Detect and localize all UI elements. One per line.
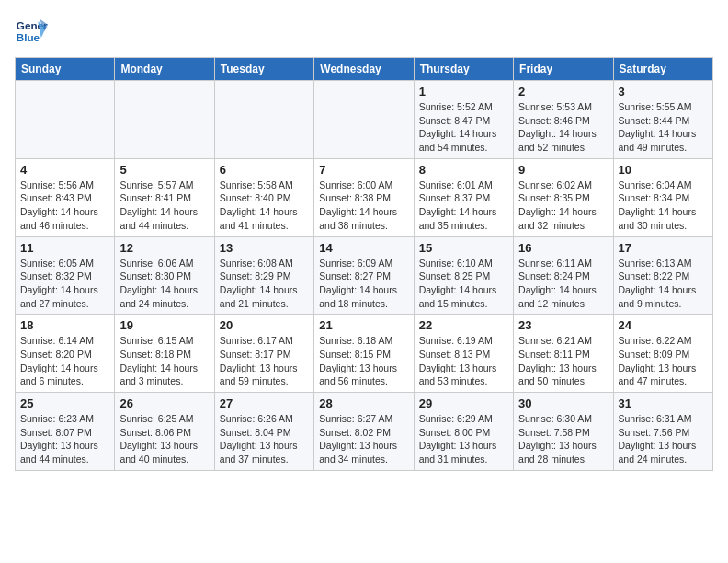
week-row-3: 11Sunrise: 6:05 AM Sunset: 8:32 PM Dayli… — [16, 236, 713, 315]
calendar-cell: 11Sunrise: 6:05 AM Sunset: 8:32 PM Dayli… — [16, 236, 115, 315]
calendar-cell: 10Sunrise: 6:04 AM Sunset: 8:34 PM Dayli… — [613, 158, 712, 236]
calendar-cell: 1Sunrise: 5:52 AM Sunset: 8:47 PM Daylig… — [414, 81, 513, 159]
day-info: Sunrise: 6:06 AM Sunset: 8:30 PM Dayligh… — [119, 257, 209, 311]
header-friday: Friday — [514, 58, 613, 81]
day-info: Sunrise: 6:27 AM Sunset: 8:02 PM Dayligh… — [319, 412, 408, 466]
header-thursday: Thursday — [414, 58, 513, 81]
calendar-cell: 30Sunrise: 6:30 AM Sunset: 7:58 PM Dayli… — [514, 393, 613, 471]
day-info: Sunrise: 6:04 AM Sunset: 8:34 PM Dayligh… — [619, 178, 708, 233]
day-info: Sunrise: 6:22 AM Sunset: 8:09 PM Dayligh… — [619, 334, 708, 388]
header-wednesday: Wednesday — [314, 58, 414, 81]
header-row: SundayMondayTuesdayWednesdayThursdayFrid… — [16, 58, 713, 81]
day-info: Sunrise: 6:25 AM Sunset: 8:06 PM Dayligh… — [119, 412, 209, 466]
calendar-cell: 13Sunrise: 6:08 AM Sunset: 8:29 PM Dayli… — [214, 236, 313, 315]
day-info: Sunrise: 6:05 AM Sunset: 8:32 PM Dayligh… — [20, 257, 109, 311]
calendar-cell: 6Sunrise: 5:58 AM Sunset: 8:40 PM Daylig… — [214, 158, 313, 236]
calendar-cell: 24Sunrise: 6:22 AM Sunset: 8:09 PM Dayli… — [613, 315, 712, 393]
day-number: 1 — [419, 85, 508, 98]
day-number: 16 — [518, 241, 608, 255]
calendar-cell: 19Sunrise: 6:15 AM Sunset: 8:18 PM Dayli… — [115, 315, 214, 393]
calendar-cell: 15Sunrise: 6:10 AM Sunset: 8:25 PM Dayli… — [414, 236, 513, 315]
day-number: 12 — [119, 241, 209, 255]
day-number: 27 — [220, 396, 309, 410]
header: General Blue — [15, 15, 713, 48]
calendar-cell — [16, 81, 115, 159]
calendar-table: SundayMondayTuesdayWednesdayThursdayFrid… — [15, 57, 713, 471]
calendar-cell: 3Sunrise: 5:55 AM Sunset: 8:44 PM Daylig… — [613, 81, 712, 159]
calendar-cell: 22Sunrise: 6:19 AM Sunset: 8:13 PM Dayli… — [414, 315, 513, 393]
day-number: 10 — [619, 163, 708, 177]
week-row-1: 1Sunrise: 5:52 AM Sunset: 8:47 PM Daylig… — [16, 81, 713, 159]
calendar-cell: 27Sunrise: 6:26 AM Sunset: 8:04 PM Dayli… — [214, 393, 313, 471]
day-number: 31 — [619, 396, 708, 410]
day-info: Sunrise: 6:18 AM Sunset: 8:15 PM Dayligh… — [319, 334, 408, 388]
calendar-cell: 21Sunrise: 6:18 AM Sunset: 8:15 PM Dayli… — [314, 315, 414, 393]
day-number: 20 — [220, 318, 309, 332]
day-number: 8 — [419, 163, 508, 177]
calendar-cell: 29Sunrise: 6:29 AM Sunset: 8:00 PM Dayli… — [414, 393, 513, 471]
day-info: Sunrise: 5:55 AM Sunset: 8:44 PM Dayligh… — [619, 100, 708, 155]
day-number: 23 — [518, 318, 608, 332]
day-info: Sunrise: 6:00 AM Sunset: 8:38 PM Dayligh… — [319, 178, 408, 233]
svg-text:Blue: Blue — [17, 31, 40, 43]
day-info: Sunrise: 6:11 AM Sunset: 8:24 PM Dayligh… — [518, 257, 608, 311]
calendar-cell: 8Sunrise: 6:01 AM Sunset: 8:37 PM Daylig… — [414, 158, 513, 236]
day-number: 30 — [518, 396, 608, 410]
logo: General Blue — [15, 15, 51, 48]
day-info: Sunrise: 6:09 AM Sunset: 8:27 PM Dayligh… — [319, 257, 408, 311]
day-info: Sunrise: 5:58 AM Sunset: 8:40 PM Dayligh… — [220, 178, 309, 233]
day-number: 5 — [119, 163, 209, 177]
day-number: 25 — [20, 396, 109, 410]
day-info: Sunrise: 6:26 AM Sunset: 8:04 PM Dayligh… — [220, 412, 309, 466]
day-number: 18 — [20, 318, 109, 332]
calendar-cell: 12Sunrise: 6:06 AM Sunset: 8:30 PM Dayli… — [115, 236, 214, 315]
day-number: 15 — [419, 241, 508, 255]
header-tuesday: Tuesday — [214, 58, 313, 81]
day-info: Sunrise: 6:02 AM Sunset: 8:35 PM Dayligh… — [518, 178, 608, 233]
calendar-cell: 14Sunrise: 6:09 AM Sunset: 8:27 PM Dayli… — [314, 236, 414, 315]
day-info: Sunrise: 5:52 AM Sunset: 8:47 PM Dayligh… — [419, 100, 508, 155]
day-number: 11 — [20, 241, 109, 255]
calendar-cell: 7Sunrise: 6:00 AM Sunset: 8:38 PM Daylig… — [314, 158, 414, 236]
calendar-cell: 23Sunrise: 6:21 AM Sunset: 8:11 PM Dayli… — [514, 315, 613, 393]
day-number: 22 — [419, 318, 508, 332]
day-number: 28 — [319, 396, 408, 410]
day-number: 4 — [20, 163, 109, 177]
calendar-cell: 26Sunrise: 6:25 AM Sunset: 8:06 PM Dayli… — [115, 393, 214, 471]
day-info: Sunrise: 6:15 AM Sunset: 8:18 PM Dayligh… — [119, 334, 209, 388]
header-sunday: Sunday — [16, 58, 115, 81]
calendar-cell: 31Sunrise: 6:31 AM Sunset: 7:56 PM Dayli… — [613, 393, 712, 471]
day-number: 9 — [518, 163, 608, 177]
day-info: Sunrise: 6:19 AM Sunset: 8:13 PM Dayligh… — [419, 334, 508, 388]
day-info: Sunrise: 5:57 AM Sunset: 8:41 PM Dayligh… — [119, 178, 209, 233]
day-number: 6 — [220, 163, 309, 177]
header-saturday: Saturday — [613, 58, 712, 81]
day-info: Sunrise: 6:01 AM Sunset: 8:37 PM Dayligh… — [419, 178, 508, 233]
day-number: 19 — [119, 318, 209, 332]
day-number: 14 — [319, 241, 408, 255]
day-info: Sunrise: 6:30 AM Sunset: 7:58 PM Dayligh… — [518, 412, 608, 466]
calendar-cell: 28Sunrise: 6:27 AM Sunset: 8:02 PM Dayli… — [314, 393, 414, 471]
week-row-5: 25Sunrise: 6:23 AM Sunset: 8:07 PM Dayli… — [16, 393, 713, 471]
calendar-cell: 25Sunrise: 6:23 AM Sunset: 8:07 PM Dayli… — [16, 393, 115, 471]
day-number: 26 — [119, 396, 209, 410]
day-info: Sunrise: 6:17 AM Sunset: 8:17 PM Dayligh… — [220, 334, 309, 388]
day-info: Sunrise: 5:53 AM Sunset: 8:46 PM Dayligh… — [518, 100, 608, 155]
day-number: 17 — [619, 241, 708, 255]
calendar-cell: 18Sunrise: 6:14 AM Sunset: 8:20 PM Dayli… — [16, 315, 115, 393]
day-number: 2 — [518, 85, 608, 98]
day-number: 21 — [319, 318, 408, 332]
day-number: 3 — [619, 85, 708, 98]
calendar-cell: 2Sunrise: 5:53 AM Sunset: 8:46 PM Daylig… — [514, 81, 613, 159]
day-number: 13 — [220, 241, 309, 255]
day-info: Sunrise: 6:13 AM Sunset: 8:22 PM Dayligh… — [619, 257, 708, 311]
day-number: 29 — [419, 396, 508, 410]
day-info: Sunrise: 6:29 AM Sunset: 8:00 PM Dayligh… — [419, 412, 508, 466]
calendar-cell — [214, 81, 313, 159]
week-row-4: 18Sunrise: 6:14 AM Sunset: 8:20 PM Dayli… — [16, 315, 713, 393]
week-row-2: 4Sunrise: 5:56 AM Sunset: 8:43 PM Daylig… — [16, 158, 713, 236]
calendar-cell: 5Sunrise: 5:57 AM Sunset: 8:41 PM Daylig… — [115, 158, 214, 236]
calendar-cell — [115, 81, 214, 159]
day-info: Sunrise: 6:23 AM Sunset: 8:07 PM Dayligh… — [20, 412, 109, 466]
day-number: 24 — [619, 318, 708, 332]
